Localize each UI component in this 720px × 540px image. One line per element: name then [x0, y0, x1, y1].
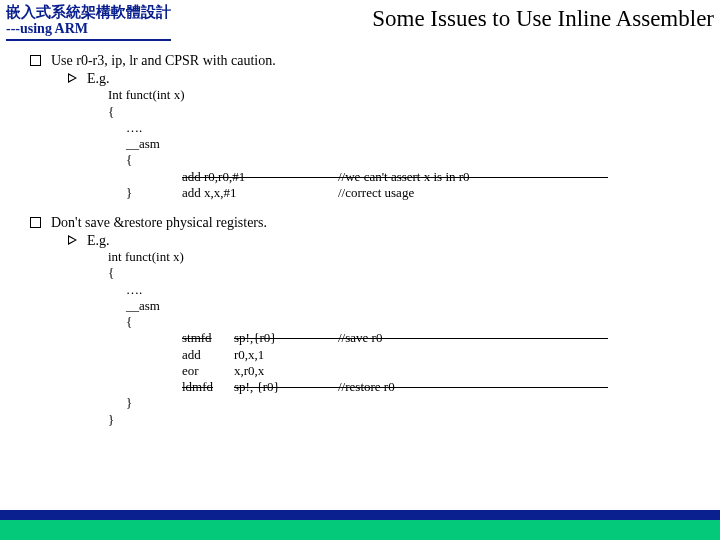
bullet-1-eg: E.g.: [87, 71, 110, 87]
bullet-1-text: Use r0-r3, ip, lr and CPSR with caution.: [51, 53, 276, 69]
code-line: }: [126, 395, 132, 411]
bullet-2-eg: E.g.: [87, 233, 110, 249]
square-bullet-icon: [30, 55, 41, 66]
bullet-1-sub: E.g.: [68, 71, 720, 87]
code-line: {: [108, 265, 720, 281]
footer-bar: [0, 510, 720, 540]
code-line: }: [126, 185, 164, 201]
course-title-en: ---using ARM: [6, 21, 171, 37]
bullet-1: Use r0-r3, ip, lr and CPSR with caution.: [30, 53, 720, 69]
code-block-1: Int funct(int x) { …. __asm { add r0,r0,…: [108, 87, 720, 201]
header: 嵌入式系統架構軟體設計 ---using ARM Some Issues to …: [0, 0, 720, 41]
code-good-instr: add x,x,#1: [182, 185, 338, 201]
code-bad-instr: add r0,r0,#1: [182, 169, 338, 185]
bullet-2-sub: E.g.: [68, 233, 720, 249]
code-line: int funct(int x): [108, 249, 720, 265]
code-args: sp!, {r0}: [234, 379, 338, 395]
code-args: x,r0,x: [234, 363, 338, 379]
header-left: 嵌入式系統架構軟體設計 ---using ARM: [6, 4, 171, 41]
code-args: r0,x,1: [234, 347, 338, 363]
code-line: __asm: [126, 298, 160, 314]
course-title-cn: 嵌入式系統架構軟體設計: [6, 4, 171, 21]
code-instr: ldmfd: [182, 379, 234, 395]
code-line: {: [126, 314, 132, 330]
code-good-comment: //correct usage: [338, 185, 414, 201]
code-line: __asm: [126, 136, 160, 152]
code-instr: eor: [182, 363, 234, 379]
code-instr: add: [182, 347, 234, 363]
bullet-2: Don't save &restore physical registers.: [30, 215, 720, 231]
slide-title: Some Issues to Use Inline Assembler: [372, 4, 714, 32]
bullet-2-text: Don't save &restore physical registers.: [51, 215, 267, 231]
code-line: }: [108, 412, 720, 428]
code-line: ….: [126, 120, 142, 136]
content: Use r0-r3, ip, lr and CPSR with caution.…: [0, 41, 720, 428]
code-args: sp!,{r0}: [234, 330, 338, 346]
code-line: Int funct(int x): [108, 87, 720, 103]
triangle-bullet-icon: [68, 73, 77, 83]
square-bullet-icon: [30, 217, 41, 228]
code-line: {: [108, 104, 720, 120]
code-line: {: [126, 152, 132, 168]
code-line: ….: [126, 282, 142, 298]
code-instr: stmfd: [182, 330, 234, 346]
slide: 嵌入式系統架構軟體設計 ---using ARM Some Issues to …: [0, 0, 720, 540]
code-block-2: int funct(int x) { …. __asm { stmfd sp!,…: [108, 249, 720, 428]
triangle-bullet-icon: [68, 235, 77, 245]
